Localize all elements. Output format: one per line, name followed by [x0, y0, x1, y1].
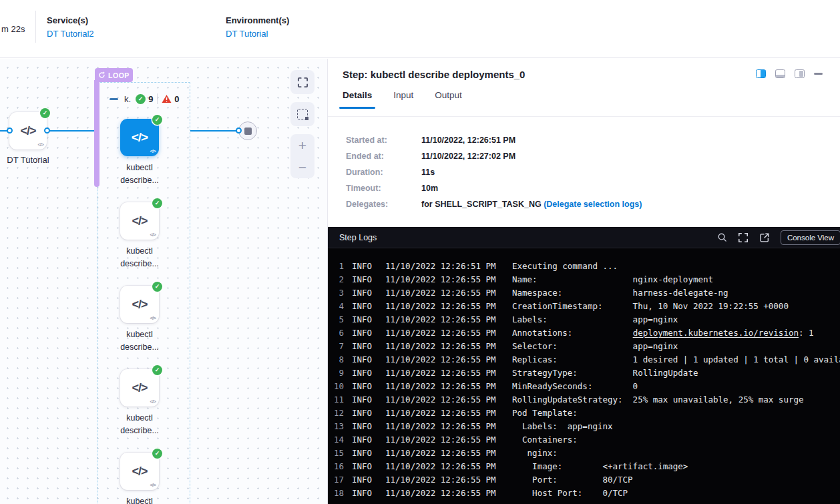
log-search-icon[interactable]	[717, 232, 727, 242]
pipeline-canvas[interactable]: </> </> ✓ DT Tutorial LOOP k. ✓ 9 0 </><…	[0, 59, 327, 504]
step-label-line1: kubectl	[99, 495, 180, 504]
log-line-number: 3	[328, 286, 344, 300]
console-view-button[interactable]: Console View	[781, 230, 840, 245]
log-level: INFO	[352, 447, 377, 460]
step-label-line1: kubectl	[99, 162, 180, 174]
log-timestamp: 11/10/2022 12:26:55 PM	[385, 460, 500, 473]
code-icon: </>	[132, 465, 147, 479]
loop-indicator-bar	[94, 80, 99, 187]
field-value: for SHELL_SCRIPT_TASK_NG (Delegate selec…	[421, 200, 642, 209]
zoom-in-button[interactable]: +	[290, 134, 314, 156]
log-level: INFO	[352, 273, 377, 286]
log-message: Labels: app=nginx	[512, 420, 613, 433]
log-level: INFO	[352, 326, 377, 340]
step-node-kubectl-describe[interactable]: </></>✓	[120, 453, 159, 490]
group-header-divider	[157, 93, 158, 104]
step-label-line2: describe...	[99, 341, 180, 354]
tab-output[interactable]: Output	[435, 90, 462, 109]
canvas-fullscreen-button[interactable]	[290, 70, 314, 94]
log-level: INFO	[352, 460, 377, 473]
layout-bottom-split-icon[interactable]	[775, 69, 785, 78]
log-message: Annotations: deployment.kubernetes.io/re…	[512, 326, 814, 340]
field-value: 11/10/2022, 12:27:02 PM	[421, 152, 515, 161]
edge-port-dot	[44, 128, 50, 134]
step-node-label: kubectldescribe...	[99, 162, 180, 187]
loop-badge[interactable]: LOOP	[95, 68, 133, 82]
log-timestamp: 11/10/2022 12:26:55 PM	[385, 393, 500, 407]
layout-drawer-icon[interactable]	[795, 69, 805, 78]
step-details-panel: Step: kubectl describe deployments_0 Det…	[327, 59, 840, 504]
log-line-number: 18	[328, 487, 344, 500]
log-line: 5INFO11/10/2022 12:26:55 PMLabels: app=n…	[328, 313, 840, 326]
detail-field-row: Started at:11/10/2022, 12:26:51 PM	[346, 132, 642, 148]
tab-input[interactable]: Input	[393, 90, 413, 109]
environment-link[interactable]: DT Tutorial	[226, 29, 289, 39]
log-line: 12INFO11/10/2022 12:26:55 PMPod Template…	[328, 407, 840, 420]
script-type-icon: </>	[150, 148, 156, 154]
log-level: INFO	[352, 313, 377, 326]
loop-icon	[98, 71, 106, 79]
log-level: INFO	[352, 393, 377, 407]
log-timestamp: 11/10/2022 12:26:51 PM	[385, 260, 500, 273]
collapse-minus-icon[interactable]	[110, 98, 118, 100]
panel-layout-toggles	[756, 69, 823, 78]
code-icon: </>	[132, 214, 147, 228]
minimize-panel-icon[interactable]	[814, 73, 823, 75]
service-link[interactable]: DT Tutorial2	[47, 29, 94, 39]
log-line: 13INFO11/10/2022 12:26:55 PM Labels: app…	[328, 420, 840, 433]
log-line-number: 17	[328, 473, 344, 487]
log-line: 9INFO11/10/2022 12:26:55 PMStrategyType:…	[328, 366, 840, 380]
log-line-number: 10	[328, 380, 344, 393]
log-level: INFO	[352, 380, 377, 393]
log-line: 17INFO11/10/2022 12:26:55 PM Port: 80/TC…	[328, 473, 840, 487]
layout-right-split-icon[interactable]	[756, 69, 766, 78]
log-line: 7INFO11/10/2022 12:26:55 PMSelector: app…	[328, 340, 840, 353]
tab-details[interactable]: Details	[343, 90, 372, 109]
execution-duration: m 22s	[1, 24, 25, 34]
log-line: 18INFO11/10/2022 12:26:55 PM Host Port: …	[328, 487, 840, 500]
step-node-kubectl-describe[interactable]: </></>✓	[120, 286, 159, 323]
log-line-number: 12	[328, 407, 344, 420]
log-level: INFO	[352, 300, 377, 313]
detail-field-row: Duration:11s	[346, 164, 642, 180]
log-message-link[interactable]: deployment.kubernetes.io/revision	[633, 328, 799, 338]
log-line: 14INFO11/10/2022 12:26:55 PM Containers:	[328, 433, 840, 447]
step-logs-console[interactable]: 1INFO11/10/2022 12:26:51 PMExecuting com…	[328, 248, 840, 504]
success-check-icon: ✓	[152, 115, 162, 125]
code-icon: </>	[20, 124, 35, 138]
log-message: Pod Template:	[512, 407, 578, 420]
log-line: 4INFO11/10/2022 12:26:55 PMCreationTimes…	[328, 300, 840, 313]
zoom-out-button[interactable]: −	[290, 156, 314, 178]
canvas-select-button[interactable]	[290, 102, 314, 126]
field-label: Timeout:	[346, 184, 421, 193]
field-label: Delegates:	[346, 200, 421, 209]
log-line: 15INFO11/10/2022 12:26:55 PM nginx:	[328, 447, 840, 460]
step-node-label: kubectldescribe...	[99, 328, 180, 354]
step-node-kubectl-describe[interactable]: </></>✓	[120, 369, 159, 407]
step-group-header: k. ✓ 9 0	[110, 93, 182, 105]
step-node-kubectl-describe[interactable]: </></>✓	[120, 202, 159, 240]
stage-node-dt-tutorial[interactable]: </> </> ✓	[9, 112, 47, 150]
log-line-number: 14	[328, 433, 344, 447]
success-count-icon: ✓	[136, 94, 146, 104]
log-message: Host Port: 0/TCP	[512, 487, 628, 500]
delegate-selection-logs-link[interactable]: (Delegate selection logs)	[544, 200, 642, 209]
log-level: INFO	[352, 487, 377, 500]
success-check-icon: ✓	[152, 282, 162, 292]
edge-line	[45, 130, 97, 132]
log-line-number: 16	[328, 460, 344, 473]
marquee-select-icon	[297, 109, 308, 119]
service-meta: Service(s) DT Tutorial2	[47, 15, 94, 39]
open-in-new-tab-icon[interactable]	[759, 232, 770, 243]
log-level: INFO	[352, 366, 377, 380]
field-value: 11/10/2022, 12:26:51 PM	[421, 136, 515, 145]
log-line-number: 5	[328, 313, 344, 326]
detail-field-row: Ended at:11/10/2022, 12:27:02 PM	[346, 148, 642, 164]
log-message: Name: nginx-deployment	[512, 273, 713, 286]
log-timestamp: 11/10/2022 12:26:55 PM	[385, 487, 500, 500]
log-message: Executing command ...	[512, 260, 618, 273]
step-node-kubectl-describe[interactable]: </></>✓	[120, 119, 159, 156]
log-fullscreen-icon[interactable]	[738, 232, 749, 243]
log-timestamp: 11/10/2022 12:26:55 PM	[385, 353, 500, 366]
log-line-number: 6	[328, 326, 344, 340]
